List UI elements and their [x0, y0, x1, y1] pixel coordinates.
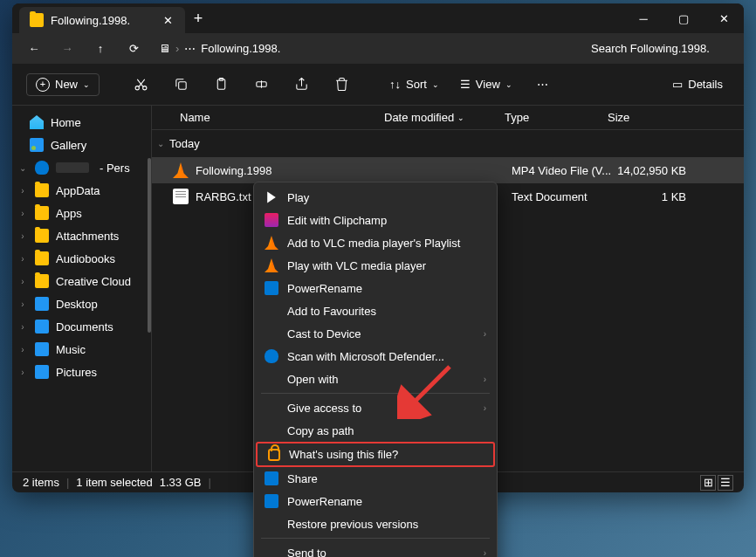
context-menu-item[interactable]: Share [254, 467, 497, 490]
chevron-right-icon: › [17, 299, 28, 309]
folder-icon [35, 183, 49, 197]
paste-button[interactable] [204, 70, 237, 100]
chevron-right-icon: › [484, 403, 486, 413]
sidebar-item[interactable]: ›Apps [12, 202, 151, 224]
folder-icon [35, 251, 49, 265]
vlc-icon [265, 258, 278, 272]
svg-point-0 [135, 86, 139, 90]
chevron-right-icon: › [17, 322, 28, 332]
details-icon: ▭ [672, 78, 683, 91]
chevron-down-icon: ⌄ [83, 80, 90, 89]
chevron-right-icon: › [17, 231, 28, 241]
plus-icon: + [36, 78, 50, 92]
context-menu-item[interactable]: Open with› [254, 368, 497, 390]
new-button[interactable]: + New ⌄ [26, 73, 100, 96]
context-menu-item[interactable]: What's using this file? [256, 442, 495, 467]
context-menu-item[interactable]: Copy as path [254, 419, 497, 442]
chevron-down-icon: ⌄ [432, 80, 439, 89]
details-button[interactable]: ▭ Details [665, 74, 730, 94]
sort-icon: ↑↓ [389, 78, 401, 91]
list-view-button[interactable]: ☰ [718, 475, 733, 491]
sidebar-item[interactable]: ›Music [12, 338, 151, 361]
more-button[interactable]: ⋯ [526, 70, 560, 100]
separator [261, 538, 490, 539]
chevron-right-icon: › [17, 209, 28, 218]
sidebar-home[interactable]: Home [12, 111, 151, 134]
view-button[interactable]: ☰ View ⌄ [453, 74, 519, 94]
folder-icon [35, 229, 49, 243]
context-menu-item[interactable]: Add to VLC media player's Playlist [254, 231, 497, 254]
vlc-icon [173, 162, 189, 178]
file-row[interactable]: Following.1998 MP4 Video File (V... 14,0… [152, 157, 744, 183]
context-menu-item[interactable]: Give access to› [254, 396, 497, 419]
chevron-down-icon: ⌄ [505, 80, 512, 89]
sidebar-item[interactable]: ›AppData [12, 179, 151, 202]
minimize-button[interactable]: ─ [623, 3, 663, 33]
svg-rect-2 [178, 82, 186, 90]
context-menu-item[interactable]: PowerRename [254, 490, 497, 512]
share-button[interactable] [285, 70, 318, 100]
chevron-right-icon: › [484, 375, 486, 384]
chevron-right-icon: › [17, 186, 28, 196]
sidebar-item[interactable]: ›Audiobooks [12, 247, 151, 270]
lock-icon [268, 449, 280, 461]
forward-button[interactable]: → [52, 36, 82, 62]
svg-line-7 [410, 367, 450, 406]
context-menu-item[interactable]: Edit with Clipchamp [254, 209, 497, 231]
chevron-right-icon: › [17, 277, 28, 286]
back-button[interactable]: ← [19, 36, 49, 62]
refresh-button[interactable]: ⟳ [119, 36, 148, 62]
status-size: 1.33 GB [160, 476, 202, 489]
up-button[interactable]: ↑ [86, 36, 115, 62]
grid-view-button[interactable]: ⊞ [700, 475, 716, 491]
column-date[interactable]: Date modified⌄ [377, 111, 498, 124]
tab-close-button[interactable]: ✕ [161, 13, 175, 27]
copy-button[interactable] [164, 70, 197, 100]
sidebar-onedrive[interactable]: ⌄ - Pers [12, 156, 151, 179]
annotation-arrow [397, 358, 458, 422]
column-name[interactable]: Name [173, 111, 377, 124]
close-button[interactable]: ✕ [704, 3, 744, 33]
sidebar: Home Gallery ⌄ - Pers ›AppData›Apps›Atta… [12, 106, 152, 471]
new-tab-button[interactable]: + [185, 10, 211, 28]
context-menu-item[interactable]: Cast to Device› [254, 322, 497, 345]
address-bar[interactable]: 🖥 › ⋯ Following.1998. [152, 42, 581, 55]
rename-button[interactable] [244, 70, 278, 100]
maximize-button[interactable]: ▢ [663, 3, 704, 33]
context-menu-item[interactable]: Send to› [254, 541, 497, 557]
sort-button[interactable]: ↑↓ Sort ⌄ [382, 74, 446, 94]
sidebar-item[interactable]: ›Pictures [12, 361, 151, 383]
chevron-down-icon: ⌄ [457, 113, 464, 122]
onedrive-icon [35, 161, 49, 175]
group-today[interactable]: ⌄ Today [152, 130, 744, 157]
search-input[interactable]: Search Following.1998. [584, 37, 737, 61]
context-menu-item[interactable]: PowerRename [254, 277, 497, 299]
cut-button[interactable] [124, 70, 157, 100]
folder-icon [30, 13, 44, 27]
shield-icon [265, 349, 278, 363]
sidebar-gallery[interactable]: Gallery [12, 134, 151, 156]
folder-icon [35, 206, 49, 220]
folder-icon [35, 320, 49, 334]
chevron-right-icon: › [17, 345, 28, 354]
column-size[interactable]: Size [601, 111, 681, 124]
context-menu-item[interactable]: Add to Favourites [254, 299, 497, 322]
tab[interactable]: Following.1998. ✕ [19, 7, 185, 33]
context-menu-item[interactable]: Play [254, 186, 497, 209]
delete-button[interactable] [325, 70, 358, 100]
context-menu-item[interactable]: Scan with Microsoft Defender... [254, 345, 497, 368]
powerrename-icon [265, 494, 278, 508]
nav-toolbar: ← → ↑ ⟳ 🖥 › ⋯ Following.1998. Search Fol… [12, 33, 744, 64]
sidebar-item[interactable]: ›Desktop [12, 292, 151, 315]
folder-icon [35, 365, 49, 379]
sidebar-item[interactable]: ›Creative Cloud [12, 270, 151, 292]
sidebar-item[interactable]: ›Attachments [12, 224, 151, 247]
tab-title: Following.1998. [51, 14, 130, 27]
column-type[interactable]: Type [498, 111, 601, 124]
sidebar-item[interactable]: ›Documents [12, 315, 151, 338]
actions-toolbar: + New ⌄ ↑↓ Sort ⌄ ☰ View ⌄ ⋯ ▭ Details [12, 64, 744, 106]
context-menu-item[interactable]: Restore previous versions [254, 512, 497, 535]
more-icon: ⋯ [184, 42, 196, 55]
context-menu-item[interactable]: Play with VLC media player [254, 254, 497, 277]
powerrename-icon [265, 281, 278, 295]
